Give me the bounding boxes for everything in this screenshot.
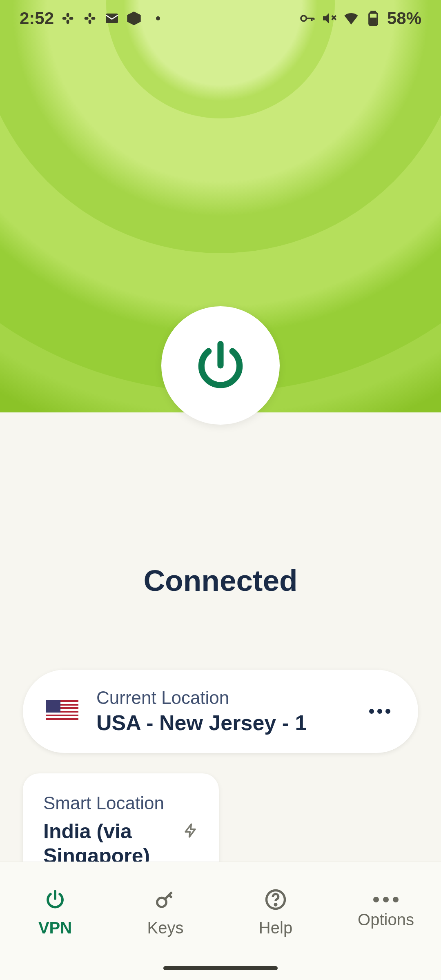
svg-rect-1 (69, 17, 73, 20)
smart-label: Smart Location (43, 793, 183, 813)
svg-rect-0 (62, 17, 67, 20)
nav-vpn[interactable]: VPN (0, 862, 110, 980)
power-icon (192, 337, 249, 394)
options-dots-icon (373, 897, 399, 902)
bottom-nav: VPN Keys Help Options (0, 862, 441, 980)
svg-rect-4 (85, 17, 89, 20)
svg-rect-5 (91, 17, 95, 20)
svg-rect-7 (89, 20, 91, 24)
nav-label: Help (259, 919, 292, 937)
connection-state: Connected (143, 564, 297, 597)
more-icon[interactable] (369, 709, 395, 714)
box-icon (126, 10, 142, 27)
nav-label: VPN (38, 919, 72, 937)
mute-icon (321, 10, 337, 27)
location-text: Current Location USA - New Jersey - 1 (96, 688, 351, 735)
slack-icon (60, 10, 76, 27)
nav-options[interactable]: Options (331, 862, 441, 980)
location-label: Current Location (96, 688, 351, 708)
nav-help[interactable]: Help (220, 862, 331, 980)
nav-keys[interactable]: Keys (110, 862, 220, 980)
svg-rect-8 (106, 13, 118, 23)
svg-point-15 (157, 898, 167, 907)
svg-point-17 (275, 904, 276, 906)
svg-rect-3 (67, 20, 69, 24)
current-location-card[interactable]: Current Location USA - New Jersey - 1 (23, 670, 418, 753)
power-small-icon (44, 889, 66, 911)
key-nav-icon (154, 889, 176, 911)
wifi-icon (343, 10, 359, 27)
svg-point-9 (301, 16, 306, 21)
status-right: 58% (299, 9, 421, 28)
status-time: 2:52 (20, 9, 54, 28)
svg-rect-13 (371, 11, 375, 13)
status-bar: 2:52 58% (0, 0, 441, 37)
power-button[interactable] (161, 306, 280, 425)
lightning-icon (183, 820, 198, 842)
svg-rect-14 (370, 18, 376, 24)
svg-rect-6 (89, 13, 91, 17)
flag-usa-icon (46, 700, 78, 722)
mail-icon (104, 10, 120, 27)
notification-dot-icon (156, 16, 160, 20)
battery-icon (365, 10, 381, 27)
key-icon (299, 10, 315, 27)
slack-icon-2 (82, 10, 98, 27)
home-indicator[interactable] (163, 966, 278, 970)
battery-text: 58% (387, 9, 421, 28)
location-value: USA - New Jersey - 1 (96, 710, 351, 735)
nav-label: Options (358, 911, 414, 929)
smart-value: India (via Singapore) (43, 819, 183, 868)
nav-label: Keys (147, 919, 184, 937)
status-left: 2:52 (20, 9, 160, 28)
help-icon (265, 889, 287, 911)
svg-rect-2 (67, 13, 69, 17)
